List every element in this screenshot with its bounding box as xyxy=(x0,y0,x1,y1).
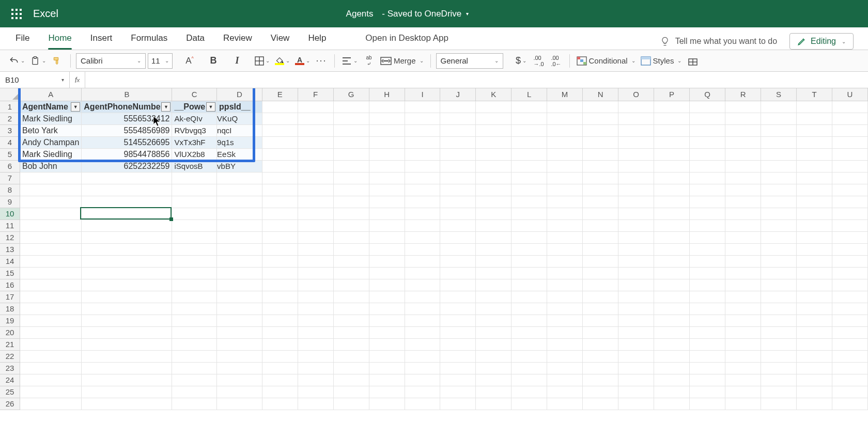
cell-S8[interactable] xyxy=(761,184,797,196)
cell-T1[interactable] xyxy=(797,101,832,113)
row-header-10[interactable]: 10 xyxy=(0,208,20,220)
cell-P9[interactable] xyxy=(654,196,690,208)
cell-H2[interactable] xyxy=(369,113,405,124)
cell-I13[interactable] xyxy=(405,243,440,255)
cell-I5[interactable] xyxy=(405,148,440,160)
cell-E8[interactable] xyxy=(262,184,298,196)
cell-R9[interactable] xyxy=(725,196,761,208)
row-header-15[interactable]: 15 xyxy=(0,267,20,279)
cell-K4[interactable] xyxy=(476,136,512,148)
cell-H1[interactable] xyxy=(369,101,405,113)
cell-A11[interactable] xyxy=(20,220,82,231)
cell-F24[interactable] xyxy=(298,374,333,386)
cell-Q4[interactable] xyxy=(690,136,725,148)
cell-J15[interactable] xyxy=(440,267,476,279)
cell-R11[interactable] xyxy=(725,220,761,231)
cell-K11[interactable] xyxy=(476,220,512,231)
cell-B22[interactable] xyxy=(82,350,172,362)
cell-K3[interactable] xyxy=(476,124,512,136)
cell-P20[interactable] xyxy=(654,326,690,338)
cell-O2[interactable] xyxy=(618,113,654,124)
cell-T18[interactable] xyxy=(797,303,832,315)
column-header-K[interactable]: K xyxy=(476,88,512,101)
cell-Q22[interactable] xyxy=(690,350,725,362)
app-launcher-icon[interactable] xyxy=(8,6,25,22)
cell-C19[interactable] xyxy=(172,315,217,326)
cell-Q7[interactable] xyxy=(690,172,725,184)
cell-F5[interactable] xyxy=(298,148,333,160)
cell-O7[interactable] xyxy=(618,172,654,184)
cell-D20[interactable] xyxy=(217,326,262,338)
font-color-button[interactable]: A⌄ xyxy=(293,53,312,69)
cell-F21[interactable] xyxy=(298,338,333,350)
cell-M15[interactable] xyxy=(547,267,583,279)
cell-C13[interactable] xyxy=(172,243,217,255)
cell-F11[interactable] xyxy=(298,220,333,231)
cell-M9[interactable] xyxy=(547,196,583,208)
cell-O8[interactable] xyxy=(618,184,654,196)
cell-L16[interactable] xyxy=(512,279,547,291)
column-header-R[interactable]: R xyxy=(725,88,761,101)
cell-I17[interactable] xyxy=(405,291,440,303)
cell-F7[interactable] xyxy=(298,172,333,184)
cell-J14[interactable] xyxy=(440,255,476,267)
cell-M18[interactable] xyxy=(547,303,583,315)
font-name-select[interactable]: Calibri⌄ xyxy=(76,53,146,69)
cell-S18[interactable] xyxy=(761,303,797,315)
cell-R24[interactable] xyxy=(725,374,761,386)
cell-M16[interactable] xyxy=(547,279,583,291)
column-header-E[interactable]: E xyxy=(262,88,298,101)
cell-A7[interactable] xyxy=(20,172,82,184)
cell-Q15[interactable] xyxy=(690,267,725,279)
cell-H9[interactable] xyxy=(369,196,405,208)
cell-R2[interactable] xyxy=(725,113,761,124)
cell-K17[interactable] xyxy=(476,291,512,303)
cell-Q5[interactable] xyxy=(690,148,725,160)
cell-A20[interactable] xyxy=(20,326,82,338)
number-format-select[interactable]: General⌄ xyxy=(436,53,503,69)
font-size-select[interactable]: 11⌄ xyxy=(148,53,173,69)
cell-H4[interactable] xyxy=(369,136,405,148)
cell-K2[interactable] xyxy=(476,113,512,124)
cell-P18[interactable] xyxy=(654,303,690,315)
cell-M10[interactable] xyxy=(547,208,583,220)
cell-I25[interactable] xyxy=(405,386,440,398)
cell-R6[interactable] xyxy=(725,160,761,172)
cell-A12[interactable] xyxy=(20,231,82,243)
cell-K16[interactable] xyxy=(476,279,512,291)
cell-O22[interactable] xyxy=(618,350,654,362)
tab-review[interactable]: Review xyxy=(214,28,261,50)
cell-P24[interactable] xyxy=(654,374,690,386)
cell-E11[interactable] xyxy=(262,220,298,231)
cell-A16[interactable] xyxy=(20,279,82,291)
cell-H16[interactable] xyxy=(369,279,405,291)
formula-input[interactable] xyxy=(85,72,868,88)
cell-J26[interactable] xyxy=(440,398,476,410)
cell-L18[interactable] xyxy=(512,303,547,315)
cell-S13[interactable] xyxy=(761,243,797,255)
cell-T4[interactable] xyxy=(797,136,832,148)
cell-R20[interactable] xyxy=(725,326,761,338)
cell-Q26[interactable] xyxy=(690,398,725,410)
cell-Q21[interactable] xyxy=(690,338,725,350)
cell-P3[interactable] xyxy=(654,124,690,136)
cell-B12[interactable] xyxy=(82,231,172,243)
cell-O12[interactable] xyxy=(618,231,654,243)
cell-L5[interactable] xyxy=(512,148,547,160)
cell-P22[interactable] xyxy=(654,350,690,362)
cell-S26[interactable] xyxy=(761,398,797,410)
cell-O14[interactable] xyxy=(618,255,654,267)
cell-A3[interactable]: Beto Yark xyxy=(20,124,82,136)
row-header-11[interactable]: 11 xyxy=(0,220,20,231)
cell-G26[interactable] xyxy=(333,398,369,410)
cell-M7[interactable] xyxy=(547,172,583,184)
cell-P1[interactable] xyxy=(654,101,690,113)
cell-U16[interactable] xyxy=(832,279,867,291)
currency-button[interactable]: $⌄ xyxy=(514,53,529,69)
cell-J18[interactable] xyxy=(440,303,476,315)
cell-M20[interactable] xyxy=(547,326,583,338)
column-header-N[interactable]: N xyxy=(583,88,618,101)
cell-J16[interactable] xyxy=(440,279,476,291)
cell-Q2[interactable] xyxy=(690,113,725,124)
cell-G8[interactable] xyxy=(333,184,369,196)
